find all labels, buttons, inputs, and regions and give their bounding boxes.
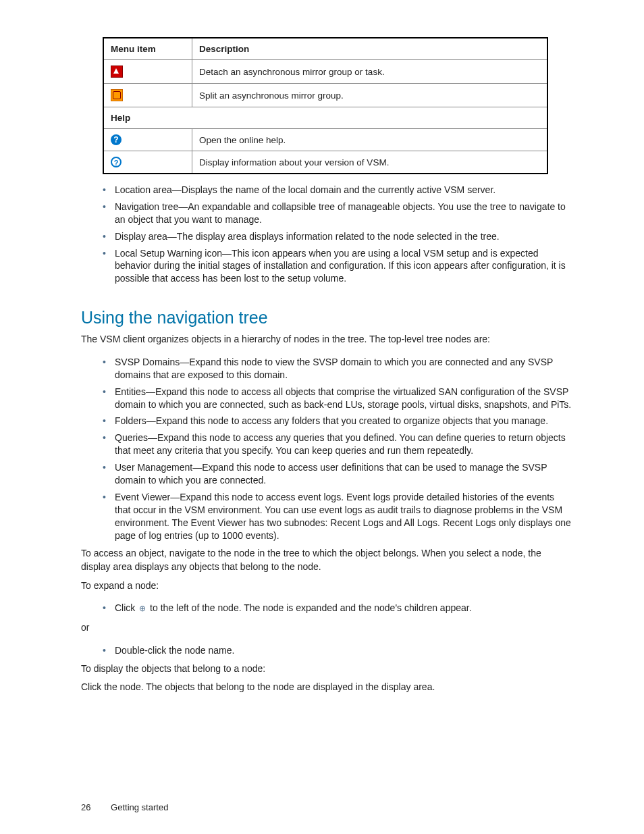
table-section-help: Help xyxy=(103,107,547,129)
tree-nodes-list: SVSP Domains—Expand this node to view th… xyxy=(81,356,572,542)
footer-section: Getting started xyxy=(111,802,168,812)
table-row: Detach an asynchronous mirror group or t… xyxy=(103,60,547,84)
detach-icon xyxy=(111,66,123,78)
table-cell: Detach an asynchronous mirror group or t… xyxy=(192,60,548,84)
list-item: Local Setup Warning icon—This icon appea… xyxy=(103,247,572,286)
table-row: Display information about your version o… xyxy=(103,151,547,174)
table-row: Open the online help. xyxy=(103,129,547,151)
click-text-after: to the left of the node. The node is exp… xyxy=(147,602,471,613)
or-text: or xyxy=(81,621,572,635)
list-item: Click ⊕ to the left of the node. The nod… xyxy=(103,602,572,615)
list-item: Event Viewer—Expand this node to access … xyxy=(103,491,572,542)
list-item: User Management—Expand this node to acce… xyxy=(103,461,572,487)
interface-areas-list: Location area—Displays the name of the l… xyxy=(81,184,572,285)
click-text-before: Click xyxy=(115,602,138,613)
section-heading: Using the navigation tree xyxy=(81,308,572,328)
table-header-description: Description xyxy=(192,38,548,60)
list-item: Double-click the node name. xyxy=(103,644,572,657)
page-number: 26 xyxy=(81,802,90,812)
list-item: SVSP Domains—Expand this node to view th… xyxy=(103,356,572,382)
display-intro: To display the objects that belong to a … xyxy=(81,662,572,676)
table-row: Split an asynchronous mirror group. xyxy=(103,84,547,107)
expand-node-icon: ⊕ xyxy=(138,604,147,613)
table-cell: Display information about your version o… xyxy=(192,151,548,174)
list-item: Navigation tree—An expandable and collap… xyxy=(103,201,572,226)
about-icon xyxy=(111,157,122,167)
list-item: Entities—Expand this node to access all … xyxy=(103,386,572,411)
expand-steps-list-2: Double-click the node name. xyxy=(81,644,572,657)
click-node-paragraph: Click the node. The objects that belong … xyxy=(81,681,572,694)
table-cell: Split an asynchronous mirror group. xyxy=(192,84,548,107)
page-footer: 26 Getting started xyxy=(81,802,572,812)
access-paragraph: To access an object, navigate to the nod… xyxy=(81,547,572,573)
table-cell: Open the online help. xyxy=(192,129,548,151)
list-item: Folders—Expand this node to access any f… xyxy=(103,415,572,427)
intro-paragraph: The VSM client organizes objects in a hi… xyxy=(81,333,572,346)
list-item: Display area—The display area displays i… xyxy=(103,230,572,243)
table-section-label: Help xyxy=(103,107,547,129)
list-item: Location area—Displays the name of the l… xyxy=(103,184,572,197)
split-icon xyxy=(111,89,123,101)
menu-item-table: Menu item Description Detach an asynchro… xyxy=(103,37,548,174)
help-icon xyxy=(111,134,122,145)
table-header-menu-item: Menu item xyxy=(103,38,192,60)
list-item: Queries—Expand this node to access any q… xyxy=(103,432,572,457)
expand-steps-list: Click ⊕ to the left of the node. The nod… xyxy=(81,602,572,615)
expand-intro: To expand a node: xyxy=(81,579,572,593)
